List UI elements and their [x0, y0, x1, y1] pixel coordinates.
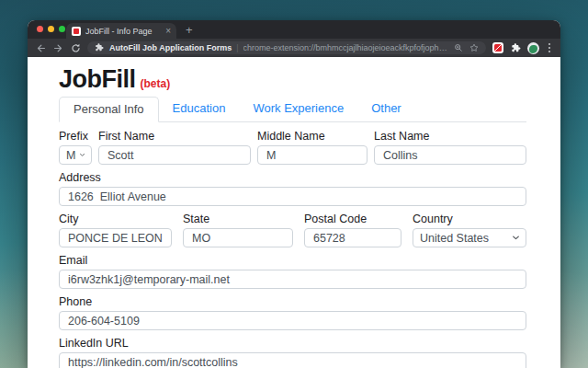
tab-other[interactable]: Other	[357, 97, 415, 122]
extension-puzzle-icon	[94, 42, 105, 53]
jobfill-extension-icon[interactable]	[492, 42, 503, 53]
desktop-background: JobFill - Info Page × + AutoFill Job App…	[0, 0, 588, 368]
jobfill-favicon-icon	[72, 27, 81, 36]
phone-label: Phone	[59, 295, 526, 308]
linkedin-url-input[interactable]	[59, 352, 526, 368]
page-title: JobFill	[59, 66, 136, 93]
back-icon[interactable]	[35, 42, 46, 53]
tab-strip: JobFill - Info Page × +	[28, 20, 560, 39]
last-name-input[interactable]	[374, 145, 526, 165]
extension-name: AutoFill Job Application Forms	[109, 43, 232, 52]
linkedin-url-label: LinkedIn URL	[59, 337, 526, 350]
page-url: chrome-extension://bmhmccjajlhiaojeioeac…	[243, 43, 448, 52]
tab-title: JobFill - Info Page	[85, 27, 161, 36]
prefix-label: Prefix	[59, 130, 92, 143]
email-label: Email	[59, 254, 526, 267]
section-tabs: Personal Info Education Work Experience …	[59, 97, 526, 122]
page-content: JobFill (beta) Personal Info Education W…	[28, 57, 560, 368]
first-name-input[interactable]	[98, 145, 251, 165]
tab-education[interactable]: Education	[159, 97, 240, 122]
tab-personal-info[interactable]: Personal Info	[59, 97, 159, 122]
address-label: Address	[59, 171, 526, 184]
forward-icon[interactable]	[52, 42, 63, 53]
phone-input[interactable]	[59, 311, 526, 330]
first-name-label: First Name	[98, 130, 251, 143]
minimize-window-button[interactable]	[48, 26, 54, 32]
zoom-page-icon[interactable]	[453, 42, 464, 53]
middle-name-input[interactable]	[257, 145, 368, 165]
prefix-select[interactable]: Mr	[59, 145, 92, 165]
chevron-down-icon	[80, 153, 85, 157]
chevron-down-icon	[513, 236, 519, 240]
browser-tab[interactable]: JobFill - Info Page ×	[66, 23, 176, 39]
last-name-label: Last Name	[374, 130, 526, 143]
profile-avatar[interactable]	[527, 42, 539, 54]
city-label: City	[59, 213, 172, 225]
reload-icon[interactable]	[70, 42, 81, 53]
bookmark-star-icon[interactable]	[469, 42, 480, 53]
beta-badge: (beta)	[141, 77, 171, 93]
personal-info-form: Prefix Mr First Name Middle Name	[59, 130, 526, 368]
traffic-lights	[37, 26, 65, 32]
state-input[interactable]	[183, 228, 293, 247]
browser-menu-icon[interactable]	[546, 43, 553, 52]
extensions-puzzle-icon[interactable]	[510, 42, 521, 53]
city-input[interactable]	[59, 228, 172, 247]
postal-code-label: Postal Code	[304, 213, 401, 225]
postal-code-input[interactable]	[304, 228, 401, 247]
country-label: Country	[413, 213, 526, 225]
browser-toolbar: AutoFill Job Application Forms | chrome-…	[28, 39, 560, 57]
address-input[interactable]	[59, 187, 526, 206]
omnibox-separator: |	[236, 43, 238, 52]
country-select[interactable]: United States	[413, 228, 526, 247]
tab-work-experience[interactable]: Work Experience	[239, 97, 357, 122]
email-input[interactable]	[59, 270, 526, 289]
close-tab-icon[interactable]: ×	[165, 27, 171, 36]
zoom-window-button[interactable]	[59, 26, 65, 32]
close-window-button[interactable]	[37, 26, 43, 32]
middle-name-label: Middle Name	[257, 130, 368, 143]
address-bar[interactable]: AutoFill Job Application Forms | chrome-…	[87, 41, 486, 54]
new-tab-button[interactable]: +	[186, 22, 193, 39]
state-label: State	[183, 213, 293, 225]
browser-window: JobFill - Info Page × + AutoFill Job App…	[28, 20, 560, 368]
